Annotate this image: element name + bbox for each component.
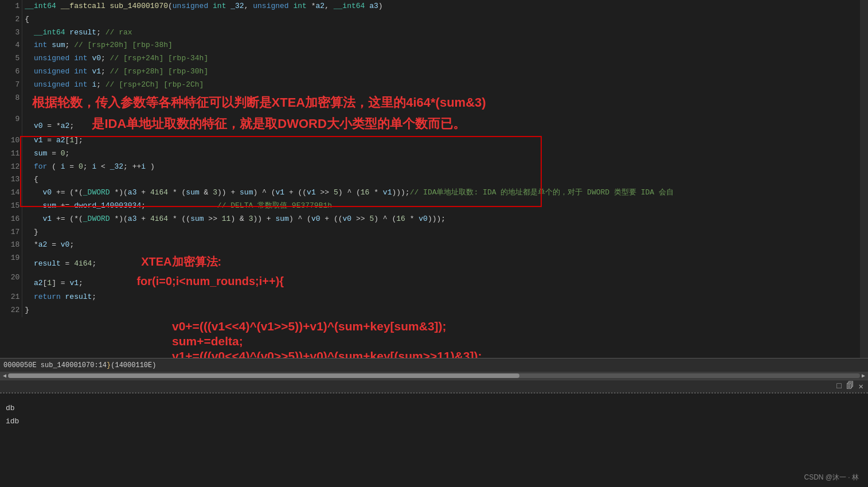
table-row: 4 int sum; // [rsp+20h] [rbp-38h] bbox=[0, 39, 868, 52]
code-line-content: sum += dword_140003034; // DELTA 常数取值 9E… bbox=[22, 200, 868, 213]
close-btn[interactable]: ✕ bbox=[859, 381, 863, 391]
bottom-text: db idb bbox=[0, 397, 868, 433]
table-row: 3 __int64 result; // rax bbox=[0, 26, 868, 40]
table-row: 21 return result; bbox=[0, 291, 868, 304]
line-number: 12 bbox=[0, 161, 22, 174]
code-line-content: } bbox=[22, 304, 868, 317]
code-line-content: unsigned int i; // [rsp+2Ch] [rbp-2Ch] bbox=[22, 79, 868, 92]
table-row: 8 根据轮数，传入参数等各种特征可以判断是XTEA加密算法，这里的4i64*(s… bbox=[0, 92, 868, 113]
xtea-line2: sum+=delta; bbox=[172, 334, 868, 348]
table-row: 22 } bbox=[0, 304, 868, 317]
line-number: 11 bbox=[0, 147, 22, 161]
xtea-annotation-block: v0+=(((v1<<4)^(v1>>5))+v1)^(sum+key[sum&… bbox=[0, 320, 868, 358]
scroll-right-btn[interactable]: ▶ bbox=[860, 372, 867, 379]
code-area: 1 __int64 __fastcall sub_140001070(unsig… bbox=[0, 0, 868, 358]
bottom-panel: db idb CSDN @沐一 · 林 bbox=[0, 392, 868, 487]
line-number: 14 bbox=[0, 186, 22, 200]
table-row: 16 v1 += (*(_DWORD *)(a3 + 4i64 * ((sum … bbox=[0, 213, 868, 226]
line-number: 15 bbox=[0, 200, 22, 213]
dashed-divider bbox=[0, 393, 868, 394]
table-row: 5 unsigned int v0; // [rsp+24h] [rbp-34h… bbox=[0, 52, 868, 65]
scroll-left-btn[interactable]: ◀ bbox=[1, 372, 8, 379]
code-line-content: unsigned int v0; // [rsp+24h] [rbp-34h] bbox=[22, 52, 868, 65]
code-line-content: v1 = a2[1]; bbox=[22, 134, 868, 147]
table-row: 17 } bbox=[0, 226, 868, 239]
line-number: 17 bbox=[0, 226, 22, 239]
table-row: 9 v0 = *a2; 是IDA单地址取数的特征，就是取DWORD大小类型的单个… bbox=[0, 113, 868, 134]
code-line-content: v0 += (*(_DWORD *)(a3 + 4i64 * (sum & 3)… bbox=[22, 186, 868, 200]
xtea-line1: v0+=(((v1<<4)^(v1>>5))+v1)^(sum+key[sum&… bbox=[172, 320, 868, 333]
line-number: 1 bbox=[0, 0, 22, 13]
code-scroll[interactable]: 1 __int64 __fastcall sub_140001070(unsig… bbox=[0, 0, 868, 358]
code-line-content: __int64 __fastcall sub_140001070(unsigne… bbox=[22, 0, 868, 13]
code-line-content: sum = 0; bbox=[22, 147, 868, 161]
code-line-content: unsigned int v1; // [rsp+28h] [rbp-30h] bbox=[22, 65, 868, 79]
line-number: 16 bbox=[0, 213, 22, 226]
code-line-content: return result; bbox=[22, 291, 868, 304]
table-row: 13 { bbox=[0, 173, 868, 186]
bottom-line-1: db bbox=[6, 402, 862, 415]
code-line-content: v0 = *a2; 是IDA单地址取数的特征，就是取DWORD大小类型的单个数而… bbox=[22, 113, 868, 134]
bottom-line-2: idb bbox=[6, 415, 862, 428]
line-number: 20 bbox=[0, 271, 22, 291]
code-line-content: __int64 result; // rax bbox=[22, 26, 868, 40]
line-number: 5 bbox=[0, 52, 22, 65]
table-row: 11 sum = 0; bbox=[0, 147, 868, 161]
watermark: CSDN @沐一 · 林 bbox=[804, 473, 859, 482]
line-number: 10 bbox=[0, 134, 22, 147]
xtea-line3: v1+=(((v0<<4)^(v0>>5))+v0)^(sum+key[(sum… bbox=[172, 349, 868, 358]
minimize-btn[interactable]: □ bbox=[836, 381, 841, 391]
table-row: 15 sum += dword_140003034; // DELTA 常数取值… bbox=[0, 200, 868, 213]
line-number: 18 bbox=[0, 239, 22, 252]
table-row: 19 result = 4i64; XTEA加密算法: bbox=[0, 252, 868, 271]
code-line-content: *a2 = v0; bbox=[22, 239, 868, 252]
main-container: 1 __int64 __fastcall sub_140001070(unsig… bbox=[0, 0, 868, 487]
line-number: 6 bbox=[0, 65, 22, 79]
scroll-thumb[interactable] bbox=[8, 373, 519, 378]
code-line-content: for ( i = 0; i < _32; ++i ) bbox=[22, 161, 868, 174]
window-controls-bar: □ 🗐 ✕ bbox=[0, 380, 868, 392]
code-line-content: a2[1] = v1; for(i=0;i<num_rounds;i++){ bbox=[22, 271, 868, 291]
line-number: 4 bbox=[0, 39, 22, 52]
code-line-content: v1 += (*(_DWORD *)(a3 + 4i64 * ((sum >> … bbox=[22, 213, 868, 226]
line-number: 22 bbox=[0, 304, 22, 317]
table-row: 14 v0 += (*(_DWORD *)(a3 + 4i64 * (sum &… bbox=[0, 186, 868, 200]
table-row: 18 *a2 = v0; bbox=[0, 239, 868, 252]
table-row: 6 unsigned int v1; // [rsp+28h] [rbp-30h… bbox=[0, 65, 868, 79]
table-row: 1 __int64 __fastcall sub_140001070(unsig… bbox=[0, 0, 868, 13]
line-number: 3 bbox=[0, 26, 22, 40]
code-table: 1 __int64 __fastcall sub_140001070(unsig… bbox=[0, 0, 868, 317]
code-line-content: { bbox=[22, 13, 868, 26]
vertical-scrollbar[interactable] bbox=[860, 0, 868, 358]
code-line-content: { bbox=[22, 173, 868, 186]
line-number: 9 bbox=[0, 113, 22, 134]
line-number: 21 bbox=[0, 291, 22, 304]
table-row: 12 for ( i = 0; i < _32; ++i ) bbox=[0, 161, 868, 174]
code-line-content: int sum; // [rsp+20h] [rbp-38h] bbox=[22, 39, 868, 52]
line-number: 19 bbox=[0, 252, 22, 271]
horizontal-scrollbar[interactable]: ◀ ▶ bbox=[0, 372, 868, 380]
table-row: 7 unsigned int i; // [rsp+2Ch] [rbp-2Ch] bbox=[0, 79, 868, 92]
line-number: 2 bbox=[0, 13, 22, 26]
status-bar: 0000050E sub_140001070:14}(14000110E) bbox=[0, 358, 868, 372]
line-number: 13 bbox=[0, 173, 22, 186]
table-row: 10 v1 = a2[1]; bbox=[0, 134, 868, 147]
table-row: 20 a2[1] = v1; for(i=0;i<num_rounds;i++)… bbox=[0, 271, 868, 291]
scroll-track[interactable] bbox=[8, 373, 860, 378]
code-line-content: result = 4i64; XTEA加密算法: bbox=[22, 252, 868, 271]
line-number: 7 bbox=[0, 79, 22, 92]
status-addr: 0000050E sub_140001070:14}(14000110E) bbox=[3, 361, 156, 369]
line-number: 8 bbox=[0, 92, 22, 113]
code-line-content: 根据轮数，传入参数等各种特征可以判断是XTEA加密算法，这里的4i64*(sum… bbox=[22, 92, 868, 113]
table-row: 2 { bbox=[0, 13, 868, 26]
restore-btn[interactable]: 🗐 bbox=[846, 381, 854, 391]
code-line-content: } bbox=[22, 226, 868, 239]
